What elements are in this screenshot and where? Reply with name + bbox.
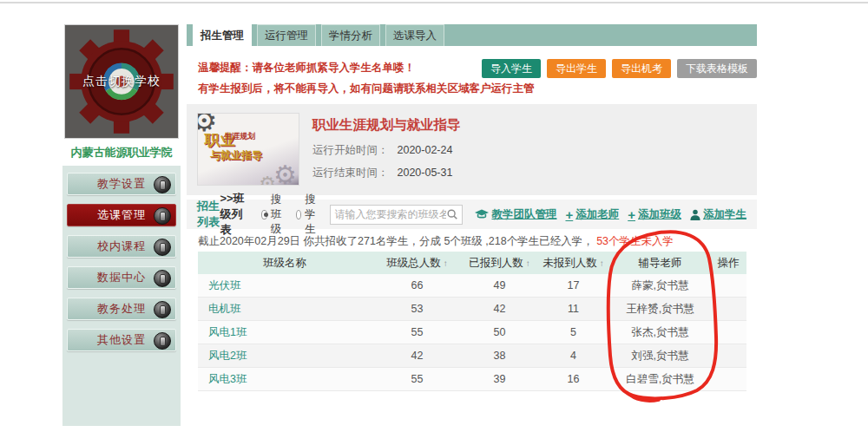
radio-search-class[interactable] <box>261 210 266 219</box>
switch-school-label[interactable]: 点击切换学校 <box>65 74 178 89</box>
action-buttons: 导入学生 导出学生 导出机考 下载表格模板 <box>482 59 757 78</box>
start-time-value: 2020-02-24 <box>398 144 453 156</box>
cell-reported: 49 <box>463 274 536 297</box>
cell-advisors: 刘强,贠书慧 <box>610 344 710 367</box>
cell-total: 42 <box>372 344 463 367</box>
header-advisors: 辅导老师 <box>610 252 710 274</box>
table-row: 风电3班 55 39 16 白碧雪,贠书慧 <box>198 368 746 391</box>
course-card: ⚙ 职业 生涯规划 与就业指导 ⚙ ⚙ 职业生涯规划与就业指导 运行开始时间：2… <box>187 104 757 195</box>
class-link[interactable]: 风电1班 <box>208 325 247 340</box>
header-total[interactable]: 班级总人数↑ <box>372 252 463 274</box>
tab-enrollment[interactable]: 招生管理 <box>193 24 252 46</box>
export-exam-button[interactable]: 导出机考 <box>612 59 671 78</box>
school-name: 内蒙古能源职业学院 <box>62 139 181 166</box>
cell-class-name: 风电3班 <box>198 368 372 390</box>
class-table: 班级名称 班级总人数↑ 已报到人数↑ 未报到人数↑ 辅导老师 操作 光伏班 66… <box>198 252 746 391</box>
course-end-line: 运行结束时间：2020-05-31 <box>312 166 461 180</box>
add-teacher-label: 添加老师 <box>575 207 619 222</box>
course-info: 职业生涯规划与就业指导 运行开始时间：2020-02-24 运行结束时间：202… <box>312 116 461 188</box>
device-glyph-icon <box>160 243 166 252</box>
sidebar-item-label: 校内课程 <box>97 239 146 254</box>
device-icon <box>154 332 171 350</box>
cell-unreported: 4 <box>536 344 610 367</box>
download-template-button[interactable]: 下载表格模板 <box>677 59 757 78</box>
sidebar: 点击切换学校 内蒙古能源职业学院 教学设置 选课管理 校内课程 数据中心 教务处… <box>62 24 181 428</box>
search-input[interactable] <box>334 208 446 220</box>
device-glyph-icon <box>160 305 166 315</box>
cell-class-name: 光伏班 <box>198 274 372 297</box>
device-icon <box>154 239 171 256</box>
class-link[interactable]: 光伏班 <box>208 278 241 293</box>
course-start-line: 运行开始时间：2020-02-24 <box>312 143 461 158</box>
table-row: 风电2班 42 38 4 刘强,贠书慧 <box>198 344 746 368</box>
sidebar-item-course-selection[interactable]: 选课管理 <box>67 204 176 226</box>
breadcrumb-current: >>班级列表 <box>220 191 249 238</box>
add-student-link[interactable]: 添加学生 <box>690 207 746 222</box>
tab-course-import[interactable]: 选课导入 <box>385 24 444 46</box>
class-link[interactable]: 风电3班 <box>208 372 247 387</box>
person-icon <box>690 209 700 220</box>
import-students-button[interactable]: 导入学生 <box>482 59 541 78</box>
device-glyph-icon <box>160 180 166 190</box>
breadcrumb[interactable]: 招生列表 <box>197 199 220 230</box>
cell-unreported: 5 <box>536 321 610 344</box>
cell-advisors: 张杰,贠书慧 <box>610 321 710 344</box>
search-mode-group: 搜班级 搜学生 <box>261 193 326 237</box>
sort-icon[interactable]: ↑ <box>526 259 530 268</box>
team-management-link[interactable]: 教学团队管理 <box>475 207 556 222</box>
sort-icon[interactable]: ↑ <box>444 259 448 268</box>
search-box <box>330 205 463 225</box>
add-class-link[interactable]: + 添加班级 <box>628 207 681 222</box>
device-icon <box>154 270 171 287</box>
notice-line-1: 温馨提醒：请各位老师抓紧导入学生名单喽！ <box>198 57 528 78</box>
page: 点击切换学校 内蒙古能源职业学院 教学设置 选课管理 校内课程 数据中心 教务处… <box>0 0 868 432</box>
sidebar-item-teaching-settings[interactable]: 教学设置 <box>67 173 176 195</box>
cell-reported: 50 <box>463 321 536 344</box>
export-students-button[interactable]: 导出学生 <box>547 59 606 78</box>
sidebar-item-label: 其他设置 <box>97 332 146 348</box>
header-reported-label: 已报到人数 <box>469 256 523 271</box>
radio-search-student[interactable] <box>296 210 301 219</box>
add-teacher-link[interactable]: + 添加老师 <box>565 207 619 222</box>
header-total-label: 班级总人数 <box>386 256 441 271</box>
class-link[interactable]: 电机班 <box>208 302 241 317</box>
school-logo[interactable]: 点击切换学校 <box>64 24 179 139</box>
sidebar-item-academic-affairs[interactable]: 教务处理 <box>67 298 176 320</box>
sidebar-item-other-settings[interactable]: 其他设置 <box>67 329 176 351</box>
header-unreported[interactable]: 未报到人数↑ <box>536 252 610 274</box>
course-title: 职业生涯规划与就业指导 <box>312 116 461 134</box>
header-class-name: 班级名称 <box>198 252 372 274</box>
tab-learning-analysis[interactable]: 学情分析 <box>321 24 380 46</box>
cell-unreported: 16 <box>536 368 610 390</box>
sidebar-item-label: 教务处理 <box>97 301 146 317</box>
sort-icon[interactable]: ↑ <box>600 259 604 268</box>
cell-class-name: 风电2班 <box>198 344 372 367</box>
device-icon <box>154 176 171 193</box>
sidebar-item-label: 选课管理 <box>97 207 146 223</box>
graduation-cap-icon <box>475 209 489 219</box>
add-class-label: 添加班级 <box>638 207 681 222</box>
device-icon <box>154 301 171 318</box>
table-row: 电机班 53 42 11 王梓赟,贠书慧 <box>198 298 746 321</box>
sidebar-item-data-center[interactable]: 数据中心 <box>67 266 176 289</box>
sidebar-item-label: 数据中心 <box>97 270 146 285</box>
header-actions: 操作 <box>710 252 746 274</box>
cell-reported: 38 <box>463 344 536 367</box>
radio-search-student-label[interactable]: 搜学生 <box>305 193 319 237</box>
cell-reported: 42 <box>463 298 536 320</box>
table-row: 风电1班 55 50 5 张杰,贠书慧 <box>198 321 746 344</box>
search-icon[interactable] <box>446 208 458 220</box>
sidebar-item-campus-courses[interactable]: 校内课程 <box>67 235 176 258</box>
course-thumbnail: ⚙ 职业 生涯规划 与就业指导 ⚙ ⚙ <box>197 113 299 186</box>
cell-actions <box>710 298 746 320</box>
radio-search-class-label[interactable]: 搜班级 <box>271 193 286 237</box>
start-time-label: 运行开始时间： <box>312 144 389 156</box>
table-row: 光伏班 66 49 17 薛蒙,贠书慧 <box>198 274 746 298</box>
header-reported[interactable]: 已报到人数↑ <box>463 252 536 274</box>
device-glyph-icon <box>160 274 166 284</box>
tab-operation[interactable]: 运行管理 <box>257 24 316 46</box>
class-link[interactable]: 风电2班 <box>208 349 247 363</box>
device-icon <box>154 207 171 225</box>
notice-block: 温馨提醒：请各位老师抓紧导入学生名单喽！ 有学生报到后，将不能再导入，如有问题请… <box>198 57 528 99</box>
cell-actions <box>710 321 746 344</box>
